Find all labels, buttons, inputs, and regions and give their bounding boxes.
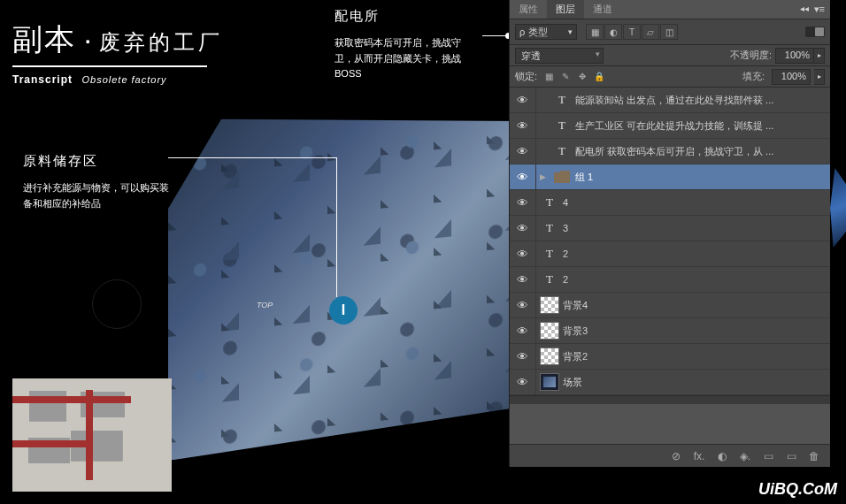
- layer-row[interactable]: 👁背景3: [510, 318, 830, 344]
- filter-pixel-icon[interactable]: ▦: [586, 24, 604, 40]
- layer-row[interactable]: 👁▶组 1: [510, 164, 830, 190]
- title-block: 副本 · 废弃的工厂 Transcript Obsolete factory: [12, 19, 223, 87]
- layer-name[interactable]: 配电所 获取密码本后可开启，挑战守卫，从 ...: [575, 145, 830, 158]
- callout-line: [336, 157, 337, 297]
- layer-row[interactable]: 👁背景2: [510, 344, 830, 370]
- layer-row[interactable]: 👁T2: [510, 267, 830, 293]
- callout-substation: 配电所 获取密码本后可开启，挑战守卫，从而开启隐藏关卡，挑战BOSS: [335, 5, 476, 82]
- layer-name[interactable]: 场景: [563, 376, 830, 389]
- layer-name[interactable]: 背景2: [563, 350, 830, 363]
- title-sub: 废弃的工厂: [99, 30, 223, 54]
- fill-label: 填充:: [742, 70, 765, 83]
- panel-menu-icon[interactable]: ▾≡: [814, 4, 825, 15]
- layer-row[interactable]: 👁T3: [510, 216, 830, 241]
- text-layer-icon: T: [552, 91, 572, 109]
- visibility-toggle-icon[interactable]: 👁: [510, 113, 536, 138]
- title-divider: [12, 65, 207, 67]
- fill-flyout-icon[interactable]: ▸: [814, 69, 825, 85]
- layer-name[interactable]: 能源装卸站 出发点，通过在此处寻找部件获 ...: [575, 94, 830, 107]
- ghost-circle: [92, 279, 142, 329]
- layer-row[interactable]: 👁背景4: [510, 293, 830, 318]
- visibility-toggle-icon[interactable]: 👁: [510, 164, 536, 189]
- lock-label: 锁定:: [515, 70, 537, 83]
- layers-list: 👁T能源装卸站 出发点，通过在此处寻找部件获 ...👁T生产工业区 可在此处提升…: [510, 88, 830, 395]
- tab-layers[interactable]: 图层: [547, 0, 584, 19]
- watermark: UiBQ.CoM: [758, 480, 837, 499]
- layer-row[interactable]: 👁T生产工业区 可在此处提升战力技能，训练提 ...: [510, 113, 830, 139]
- tab-properties[interactable]: 属性: [510, 0, 547, 19]
- layer-name[interactable]: 组 1: [575, 171, 830, 184]
- callout-body: 获取密码本后可开启，挑战守卫，从而开启隐藏关卡，挑战BOSS: [335, 35, 476, 82]
- title-english-2: Obsolete factory: [81, 74, 166, 85]
- title-main: 副本: [12, 22, 76, 56]
- title-english-1: Transcript: [12, 73, 73, 86]
- fx-icon[interactable]: fx.: [688, 448, 710, 464]
- filter-kind-label: 类型: [528, 26, 548, 39]
- minimap-path: [86, 390, 93, 480]
- visibility-toggle-icon[interactable]: 👁: [510, 241, 536, 266]
- link-layers-icon[interactable]: ⊘: [665, 448, 687, 464]
- lock-position-icon[interactable]: ✥: [574, 70, 590, 84]
- fill-input[interactable]: 100%: [772, 69, 811, 85]
- layer-row[interactable]: 👁T配电所 获取密码本后可开启，挑战守卫，从 ...: [510, 139, 830, 164]
- trash-icon[interactable]: 🗑: [804, 448, 825, 464]
- opacity-input[interactable]: 100%: [775, 48, 814, 64]
- visibility-toggle-icon[interactable]: 👁: [510, 318, 536, 343]
- callout-body: 进行补充能源与物资，可以购买装备和相应的补给品: [23, 180, 173, 211]
- layer-name[interactable]: 3: [563, 223, 830, 233]
- image-layer-thumb: [540, 373, 559, 391]
- expand-arrow-icon[interactable]: ▶: [536, 172, 549, 181]
- layers-empty-area[interactable]: [510, 395, 830, 404]
- chevron-down-icon: ▾: [568, 27, 573, 36]
- filter-toggle-switch[interactable]: [805, 27, 825, 37]
- search-icon: ρ: [519, 27, 525, 37]
- opacity-flyout-icon[interactable]: ▸: [814, 48, 825, 64]
- layers-panel: 属性 图层 通道 ◂◂ ▾≡ ρ 类型 ▾ ▦ ◐ T ▱ ◫ 穿透 不透明度:…: [510, 0, 830, 467]
- text-layer-icon: T: [552, 117, 572, 134]
- gem-sliver-art: [830, 168, 846, 248]
- filter-text-icon[interactable]: T: [623, 24, 641, 40]
- visibility-toggle-icon[interactable]: 👁: [510, 370, 536, 394]
- visibility-toggle-icon[interactable]: 👁: [510, 216, 536, 241]
- layer-name[interactable]: 生产工业区 可在此处提升战力技能，训练提 ...: [575, 119, 830, 133]
- layer-name[interactable]: 2: [563, 248, 830, 259]
- layer-name[interactable]: 背景3: [563, 325, 830, 338]
- design-canvas: TOP 副本 · 废弃的工厂 Transcript Obsolete facto…: [0, 0, 509, 504]
- layer-name[interactable]: 4: [563, 197, 830, 208]
- visibility-toggle-icon[interactable]: 👁: [510, 139, 536, 164]
- layer-name[interactable]: 背景4: [563, 299, 830, 312]
- group-icon[interactable]: ▭: [758, 448, 779, 464]
- blend-mode-dropdown[interactable]: 穿透: [515, 48, 604, 64]
- panel-collapse-icon[interactable]: ◂◂: [800, 4, 809, 13]
- visibility-toggle-icon[interactable]: 👁: [510, 190, 536, 215]
- lock-all-icon[interactable]: 🔒: [591, 70, 607, 84]
- folder-icon: [552, 168, 572, 186]
- layer-row[interactable]: 👁T4: [510, 190, 830, 216]
- filter-smart-icon[interactable]: ◫: [660, 24, 678, 40]
- text-layer-icon: T: [540, 219, 559, 237]
- visibility-toggle-icon[interactable]: 👁: [510, 267, 536, 292]
- filter-kind-dropdown[interactable]: ρ 类型 ▾: [515, 24, 577, 40]
- visibility-toggle-icon[interactable]: 👁: [510, 88, 536, 112]
- isometric-scene: [168, 88, 522, 461]
- lock-transparent-icon[interactable]: ▦: [541, 70, 557, 84]
- layer-name[interactable]: 2: [563, 274, 830, 285]
- panel-footer: ⊘ fx. ◐ ◈. ▭ ▭ 🗑: [510, 444, 830, 467]
- layer-row[interactable]: 👁T2: [510, 241, 830, 267]
- layer-row[interactable]: 👁场景: [510, 370, 830, 395]
- lock-row: 锁定: ▦ ✎ ✥ 🔒 填充: 100% ▸: [510, 66, 830, 88]
- filter-shape-icon[interactable]: ▱: [642, 24, 659, 40]
- lock-brush-icon[interactable]: ✎: [558, 70, 573, 84]
- visibility-toggle-icon[interactable]: 👁: [510, 293, 536, 317]
- layer-row[interactable]: 👁T能源装卸站 出发点，通过在此处寻找部件获 ...: [510, 88, 830, 113]
- visibility-toggle-icon[interactable]: 👁: [510, 344, 536, 369]
- callout-storage: 原料储存区 进行补充能源与物资，可以购买装备和相应的补给品: [23, 150, 173, 211]
- new-layer-icon[interactable]: ▭: [781, 448, 802, 464]
- mask-icon[interactable]: ◐: [711, 448, 733, 464]
- adjustment-icon[interactable]: ◈.: [734, 448, 756, 464]
- minimap: [12, 378, 172, 492]
- tab-channels[interactable]: 通道: [584, 0, 621, 19]
- scene-top-label: TOP: [257, 301, 273, 309]
- text-layer-icon: T: [540, 245, 559, 263]
- filter-adjust-icon[interactable]: ◐: [604, 24, 622, 40]
